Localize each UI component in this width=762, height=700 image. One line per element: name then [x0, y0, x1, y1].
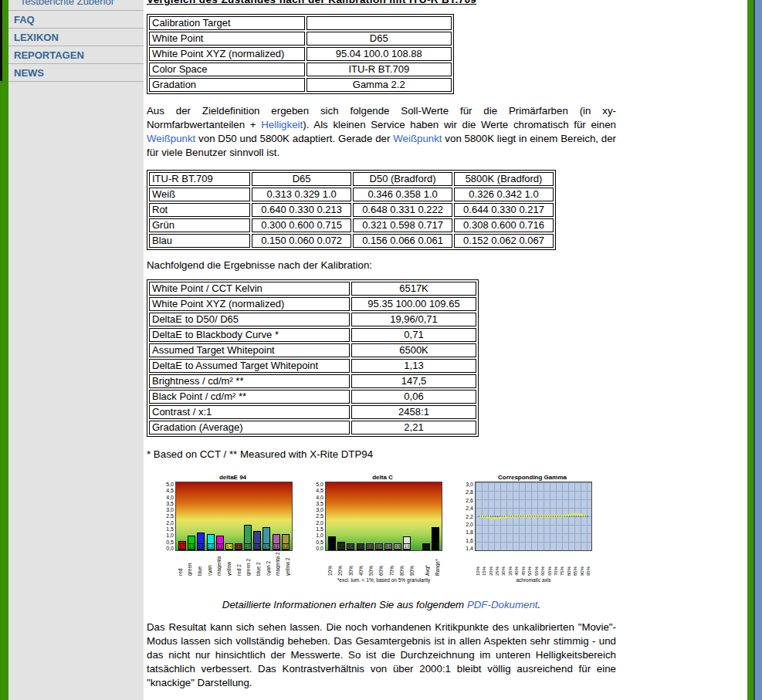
y-tick-label: 0,0	[166, 546, 174, 551]
y-tick-label: 2,6	[466, 498, 473, 503]
chart-plot-area	[475, 482, 592, 551]
x-tick-label: 85%	[573, 551, 578, 576]
table-row: White Point / CCT Kelvin6517K	[149, 282, 476, 296]
x-tick-label: 40%	[514, 551, 520, 576]
x-tick-label: blue 2	[256, 551, 261, 576]
section-heading: Vergleich des Zustandes nach der Kalibra…	[147, 0, 616, 5]
sidebar-item-news[interactable]: NEWS	[8, 64, 144, 82]
y-tick-label: 1,0	[316, 533, 323, 538]
bar-value-label: 0.5	[235, 543, 242, 550]
sidebar-item-reportagen[interactable]: REPORTAGEN	[8, 46, 144, 64]
bar-value-label: 0.7	[178, 543, 186, 550]
table-cell: Gradation (Average)	[149, 421, 350, 435]
bar: 0.5	[235, 543, 242, 550]
y-tick-label: 4,5	[316, 488, 323, 493]
table-cell: 0.648 0.331 0.222	[353, 203, 452, 217]
text-run: .	[538, 599, 541, 610]
text-link[interactable]: Weißpunkt	[147, 133, 195, 144]
chart-x-labels: 10%20%30%40%50%60%70%80%90%Avg*Range*	[325, 551, 442, 576]
bar-value-label: 0.5	[394, 543, 401, 550]
bar-value-label: 0.5	[422, 543, 430, 550]
bar: 1.1	[216, 536, 224, 550]
table-cell: 147,5	[351, 374, 476, 388]
text-run: ). Als kleinen Service haben wir die Wer…	[303, 119, 616, 130]
x-tick-label: 20%	[489, 551, 494, 576]
table-cell: Grün	[149, 218, 250, 232]
table-cell: DeltaE to Assumed Target Whitepoint	[149, 359, 350, 373]
table-cell: 0.313 0.329 1.0	[252, 188, 351, 201]
x-tick-label: 15%	[482, 551, 487, 576]
right-edge-blue-bar	[754, 0, 762, 700]
table-cell: DeltaE to D50/ D65	[149, 313, 350, 326]
bar: 0.4	[375, 545, 383, 550]
bar-value-label: 1.0	[328, 543, 336, 550]
y-tick-label: 1,6	[466, 538, 473, 543]
table-row: ITU-R BT.709D65D50 (Bradford)5800K (Brad…	[149, 172, 554, 186]
itu-bt709-table: ITU-R BT.709D65D50 (Bradford)5800K (Brad…	[147, 170, 556, 250]
sidebar-item-lexikon[interactable]: LEXIKON	[8, 29, 144, 46]
y-tick-label: 1,4	[466, 546, 473, 551]
bar: 1.9	[244, 525, 252, 550]
sidebar-nav: Testberichte Zubehör FAQ LEXIKON REPORTA…	[8, 0, 144, 700]
sidebar-item-testberichte-zubehoer[interactable]: Testberichte Zubehör	[8, 0, 144, 11]
chart-deltae94: deltaE 945,04,54,03,53,02,52,01,51,00,50…	[162, 474, 303, 583]
chart-y-axis: 3,02,82,62,42,22,01,81,61,4	[462, 482, 475, 551]
table-cell: White Point XYZ (normalized)	[149, 297, 350, 311]
x-tick-label: Range*	[435, 551, 440, 576]
x-tick-label: 55%	[534, 551, 540, 576]
y-tick-label: 2,2	[466, 514, 473, 519]
table-row: Rot0.640 0.330 0.2130.648 0.331 0.2220.6…	[149, 203, 554, 217]
text-run: Detaillierte Informationen erhalten Sie …	[222, 599, 467, 610]
x-tick-label: 90%	[580, 551, 585, 576]
table-cell: 95.35 100.00 109.65	[351, 297, 476, 311]
sidebar-item-faq[interactable]: FAQ	[8, 11, 144, 29]
chart-delta-c: delta C5,04,54,03,53,02,52,01,51,00,50,0…	[312, 474, 453, 583]
table-row: Brightness / cd/m² **147,5	[149, 374, 476, 388]
table-cell: 0.308 0.600 0.716	[454, 218, 554, 232]
pdf-info-line: Detaillierte Informationen erhalten Sie …	[147, 599, 616, 610]
table-row: White PointD65	[149, 32, 452, 46]
y-tick-label: 5,0	[166, 482, 174, 487]
bar: 0.4	[384, 545, 392, 550]
x-tick-label: 80%	[399, 551, 405, 576]
x-tick-label: 25%	[495, 551, 500, 576]
bar: 0.6	[337, 542, 345, 550]
x-tick-label: yellow 2	[285, 551, 290, 576]
y-tick-label: 2,8	[466, 489, 473, 495]
x-tick-label: cyan 2	[266, 551, 271, 576]
results-intro-text: Nachfolgend die Ergebnisse nach der Kali…	[147, 259, 616, 271]
text-run: Das Resultat kann sich sehen lassen. Die…	[147, 621, 616, 688]
table-cell: Contrast / x:1	[149, 405, 350, 419]
table-cell: 1,13	[351, 359, 476, 373]
table-row: DeltaE to Blackbody Curve *0,71	[149, 328, 476, 342]
y-tick-label: 3,0	[466, 482, 473, 487]
y-tick-label: 5,0	[316, 482, 323, 487]
bar-value-label: 1.1	[188, 543, 195, 550]
x-tick-label: cyan	[207, 551, 212, 576]
y-tick-label: 2,0	[316, 520, 323, 526]
table-row: Contrast / x:12458:1	[149, 405, 476, 419]
y-tick-label: 0,0	[316, 546, 323, 551]
y-tick-label: 2,5	[316, 513, 323, 519]
right-edge-green-bar	[747, 0, 754, 700]
chart-plot-area: 0.71.11.31.21.10.40.51.91.41.71.21.2	[175, 482, 293, 551]
x-tick-label: 50%	[368, 551, 374, 576]
text-link[interactable]: Weißpunkt	[393, 133, 442, 144]
table-cell: 0.156 0.066 0.061	[353, 234, 452, 248]
x-tick-label: 35%	[508, 551, 513, 576]
x-tick-label: green	[187, 551, 192, 576]
y-tick-label: 2,0	[466, 522, 473, 527]
y-tick-label: 4,0	[316, 495, 323, 500]
chart-x-labels: redgreenbluecyanmagentayellowred 2green …	[175, 551, 293, 576]
text-link[interactable]: Helligkeit	[261, 119, 303, 130]
text-link[interactable]: PDF-Dokument	[467, 599, 538, 610]
section-heading-clipped: Vergleich des Zustandes nach der Kalibra…	[147, 0, 616, 8]
chart-corresponding-gamma: Corresponding Gamma3,02,82,62,42,22,01,8…	[462, 474, 603, 583]
bar-value-label: 1.9	[244, 543, 252, 550]
table-cell: 19,96/0,71	[351, 313, 476, 326]
table-row: DeltaE to D50/ D6519,96/0,71	[149, 313, 476, 326]
page: Testberichte Zubehör FAQ LEXIKON REPORTA…	[0, 0, 762, 700]
table-cell: 95.04 100.0 108.88	[306, 47, 452, 61]
x-tick-label: 80%	[567, 551, 572, 576]
x-tick-label: magenta 2	[275, 551, 280, 576]
